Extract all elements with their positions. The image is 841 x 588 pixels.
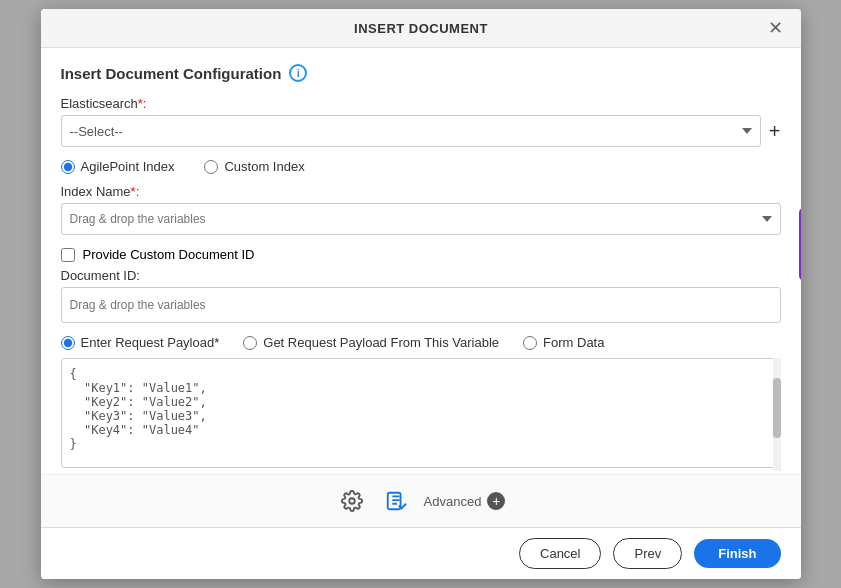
variable-payload-label: Get Request Payload From This Variable: [263, 335, 499, 350]
document-id-group: Document ID:: [61, 268, 781, 323]
index-name-group: Index Name*:: [61, 184, 781, 235]
svg-point-0: [349, 498, 355, 504]
index-name-dropdown-wrapper: [61, 203, 781, 235]
add-elasticsearch-button[interactable]: +: [769, 121, 781, 141]
insert-document-modal: INSERT DOCUMENT ✕ Insert Document Config…: [41, 9, 801, 579]
modal-overlay: INSERT DOCUMENT ✕ Insert Document Config…: [0, 0, 841, 588]
index-type-group: AgilePoint Index Custom Index: [61, 159, 781, 174]
advanced-label: Advanced: [424, 494, 482, 509]
custom-doc-id-checkbox-row: Provide Custom Document ID: [61, 247, 781, 262]
app-data-tab[interactable]: › App Data: [799, 208, 801, 281]
custom-index-radio[interactable]: Custom Index: [204, 159, 304, 174]
settings-button[interactable]: [336, 485, 368, 517]
elasticsearch-select[interactable]: --Select--: [61, 115, 761, 147]
payload-options-group: Enter Request Payload* Get Request Paylo…: [61, 335, 781, 350]
info-icon[interactable]: i: [289, 64, 307, 82]
prev-button[interactable]: Prev: [613, 538, 682, 569]
custom-index-label: Custom Index: [224, 159, 304, 174]
close-icon: ✕: [768, 18, 783, 38]
finish-button[interactable]: Finish: [694, 539, 780, 568]
elasticsearch-select-wrapper: --Select-- +: [61, 115, 781, 147]
payload-textarea[interactable]: { "Key1": "Value1", "Key2": "Value2", "K…: [61, 358, 781, 468]
modal-footer: Cancel Prev Finish: [41, 527, 801, 579]
document-id-label: Document ID:: [61, 268, 781, 283]
elasticsearch-label: Elasticsearch*:: [61, 96, 781, 111]
agilepoint-index-label: AgilePoint Index: [81, 159, 175, 174]
form-data-radio[interactable]: Form Data: [523, 335, 604, 350]
scrollbar-thumb[interactable]: [773, 378, 781, 438]
close-button[interactable]: ✕: [766, 19, 785, 37]
form-data-label: Form Data: [543, 335, 604, 350]
index-name-label: Index Name*:: [61, 184, 781, 199]
modal-toolbar: Advanced +: [41, 474, 801, 527]
custom-doc-id-checkbox[interactable]: [61, 248, 75, 262]
agilepoint-index-radio[interactable]: AgilePoint Index: [61, 159, 175, 174]
index-name-input[interactable]: [61, 203, 781, 235]
document-button[interactable]: [380, 485, 412, 517]
advanced-button[interactable]: Advanced +: [424, 492, 506, 510]
custom-doc-id-label: Provide Custom Document ID: [83, 247, 255, 262]
cancel-button[interactable]: Cancel: [519, 538, 601, 569]
elasticsearch-group: Elasticsearch*: --Select-- +: [61, 96, 781, 147]
enter-payload-label: Enter Request Payload*: [81, 335, 220, 350]
variable-payload-radio[interactable]: Get Request Payload From This Variable: [243, 335, 499, 350]
code-textarea-wrapper: { "Key1": "Value1", "Key2": "Value2", "K…: [61, 358, 781, 471]
document-id-input[interactable]: [61, 287, 781, 323]
advanced-plus-icon: +: [487, 492, 505, 510]
modal-header: INSERT DOCUMENT ✕: [41, 9, 801, 48]
scrollbar-track: [773, 358, 781, 471]
modal-body: Insert Document Configuration i Elastics…: [41, 48, 801, 474]
section-title: Insert Document Configuration i: [61, 64, 781, 82]
enter-payload-radio[interactable]: Enter Request Payload*: [61, 335, 220, 350]
add-icon: +: [769, 120, 781, 142]
modal-title: INSERT DOCUMENT: [77, 21, 766, 36]
